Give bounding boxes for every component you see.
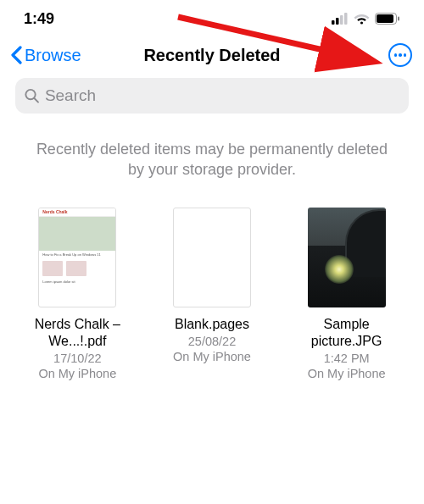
file-name: Blank.pages (175, 316, 249, 333)
file-location: On My iPhone (38, 367, 116, 380)
more-options-button[interactable] (388, 43, 412, 67)
file-grid: Nerds Chalk How to Fix a Break Up on Win… (0, 201, 424, 380)
svg-rect-3 (344, 13, 348, 25)
cellular-icon (332, 13, 349, 25)
back-button[interactable]: Browse (10, 46, 81, 65)
file-location: On My iPhone (173, 350, 251, 363)
file-date: 17/10/22 (53, 352, 101, 365)
wifi-icon (354, 13, 370, 25)
status-time: 1:49 (24, 10, 54, 28)
status-icons (332, 13, 400, 25)
svg-rect-1 (336, 18, 339, 25)
file-date: 25/08/22 (188, 335, 236, 348)
svg-rect-7 (398, 17, 399, 21)
page-title: Recently Deleted (143, 46, 280, 65)
chevron-left-icon (10, 46, 23, 64)
search-bar[interactable] (15, 78, 409, 114)
file-item[interactable]: Nerds Chalk How to Fix a Break Up on Win… (22, 208, 132, 380)
file-date: 1:42 PM (324, 352, 370, 365)
file-item[interactable]: Blank.pages 25/08/22 On My iPhone (157, 208, 267, 380)
navigation-bar: Browse Recently Deleted (0, 36, 424, 76)
battery-icon (375, 13, 400, 25)
status-bar: 1:49 (0, 0, 424, 36)
info-message: Recently deleted items may be permanentl… (0, 125, 424, 201)
back-label: Browse (25, 46, 81, 65)
svg-rect-2 (340, 15, 343, 25)
file-thumbnail: Nerds Chalk How to Fix a Break Up on Win… (38, 208, 116, 307)
file-thumbnail (173, 208, 251, 307)
file-name: Nerds Chalk – We...!.pdf (22, 316, 132, 350)
search-input[interactable] (45, 86, 400, 105)
file-item[interactable]: Sample picture.JPG 1:42 PM On My iPhone (292, 208, 402, 380)
search-icon (24, 87, 40, 104)
file-location: On My iPhone (308, 367, 386, 380)
svg-rect-0 (332, 20, 335, 25)
file-thumbnail (308, 208, 386, 307)
svg-line-9 (34, 98, 38, 102)
svg-point-4 (360, 21, 363, 24)
ellipsis-icon (394, 53, 407, 57)
file-name: Sample picture.JPG (292, 316, 402, 350)
svg-rect-6 (377, 14, 393, 23)
